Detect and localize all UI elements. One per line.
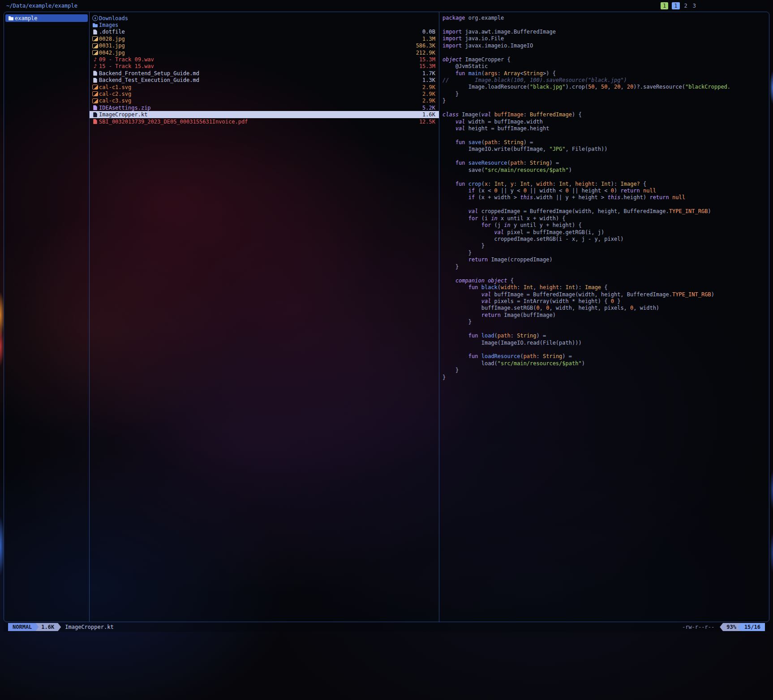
code-line: val pixels = IntArray(width * height) { … — [442, 298, 769, 305]
code-line: buffImage.setRGB(0, 0, width, height, pi… — [442, 305, 769, 312]
audio-icon — [91, 56, 99, 63]
code-line: val buffImage = BufferedImage(width, hei… — [442, 291, 769, 298]
file-row[interactable]: .dotfile0.0B — [90, 29, 439, 35]
code-line: val width = buffImage.width — [442, 119, 769, 125]
file-row[interactable]: cal-c1.svg2.9K — [90, 84, 439, 90]
code-line: class Image(val buffImage: BufferedImage… — [442, 111, 769, 118]
status-file-name: ImageCropper.kt — [65, 624, 113, 630]
file-row[interactable]: 09 - Track 09.wav15.3M — [90, 56, 439, 63]
file-row[interactable]: 15 - Track 15.wav15.3M — [90, 63, 439, 70]
code-line: import java.awt.image.BufferedImage — [442, 29, 769, 35]
code-line: Image(ImageIO.read(File(path))) — [442, 340, 769, 346]
code-line: } — [442, 374, 769, 381]
code-line: } — [442, 98, 769, 104]
file-icon — [91, 29, 99, 35]
file-row[interactable]: Downloads — [90, 15, 439, 21]
terminal-window: ~/Data/example/example 1123 example Down… — [4, 0, 769, 632]
image-folder-icon — [91, 22, 99, 28]
file-row[interactable]: Backend_Frontend_Setup_Guide.md1.7K — [90, 70, 439, 77]
file-size-badge: 1.6K — [35, 623, 61, 631]
code-line: Image.loadResource("black.jpg").crop(50,… — [442, 84, 769, 90]
status-bar: NORMAL 1.6K ImageCropper.kt -rw-r--r-- 9… — [4, 622, 769, 632]
file-name: Images — [99, 22, 118, 28]
panes-container: example DownloadsImages.dotfile0.0B0028.… — [4, 12, 769, 622]
code-line: val croppedImage = BufferedImage(width, … — [442, 208, 769, 215]
file-row[interactable]: SBI_0032013739_2023_DE05_0003155631Invoi… — [90, 118, 439, 125]
code-line: @JvmStatic — [442, 63, 769, 70]
code-line: ImageIO.write(buffImage, "JPG", File(pat… — [442, 146, 769, 153]
file-name: .dotfile — [99, 29, 125, 35]
file-row[interactable]: ImageCropper.kt1.6K — [90, 111, 439, 118]
file-size: 1.7K — [417, 70, 435, 77]
file-size: 2.9K — [417, 91, 435, 97]
code-line: import java.io.File — [442, 35, 769, 42]
file-name: ImageCropper.kt — [99, 111, 147, 118]
file-name: 0031.jpg — [99, 43, 125, 49]
file-name: 15 - Track 15.wav — [99, 63, 154, 69]
code-line: } — [442, 243, 769, 249]
tab-4[interactable]: 3 — [692, 2, 697, 9]
file-name: IDEAsettings.zip — [99, 105, 151, 111]
code-line: fun loadResource(path: String) = — [442, 353, 769, 360]
cursor-position-badge: 15/16 — [738, 623, 765, 631]
file-row[interactable]: Images — [90, 21, 439, 28]
kotlin-file-icon — [91, 111, 99, 118]
code-line: import javax.imageio.ImageIO — [442, 43, 769, 49]
code-line: } — [442, 319, 769, 325]
file-name: 0042.jpg — [99, 50, 125, 56]
breadcrumb-path: ~/Data/example/example — [6, 3, 77, 9]
tab-3[interactable]: 2 — [683, 2, 688, 9]
file-size: 2.9K — [417, 98, 435, 104]
file-row[interactable]: Backend_Test_Execution_Guide.md1.3K — [90, 77, 439, 84]
preview-pane: package org.example import java.awt.imag… — [439, 12, 769, 622]
image-icon — [91, 98, 99, 104]
file-size: 1.6K — [417, 111, 435, 118]
file-list: DownloadsImages.dotfile0.0B0028.jpg1.3M0… — [90, 15, 439, 125]
audio-icon — [91, 63, 99, 69]
file-name: cal-c3.svg — [99, 98, 131, 104]
tab-bar: 1123 — [661, 2, 697, 9]
code-line: val pixel = buffImage.getRGB(i, j) — [442, 229, 769, 236]
code-line — [442, 132, 769, 139]
code-line: save("src/main/resources/$path") — [442, 167, 769, 174]
code-line — [442, 49, 769, 56]
code-line: fun main(args: Array<String>) { — [442, 70, 769, 77]
file-row[interactable]: 0028.jpg1.3M — [90, 35, 439, 42]
code-line — [442, 201, 769, 208]
file-name: Backend_Test_Execution_Guide.md — [99, 77, 199, 83]
code-line — [442, 153, 769, 160]
file-size: 5.2K — [417, 105, 435, 111]
image-icon — [91, 43, 99, 49]
tab-1[interactable]: 1 — [661, 2, 668, 9]
file-size: 212.9K — [411, 50, 435, 56]
file-row[interactable]: cal-c3.svg2.9K — [90, 98, 439, 104]
code-line — [442, 105, 769, 111]
parent-dir-item[interactable]: example — [5, 14, 88, 22]
archive-icon — [91, 105, 99, 111]
file-row[interactable]: 0042.jpg212.9K — [90, 49, 439, 56]
code-line — [442, 346, 769, 353]
code-line: } — [442, 91, 769, 98]
code-line: object ImageCropper { — [442, 56, 769, 63]
file-name: 0028.jpg — [99, 36, 125, 42]
dir-name: example — [15, 15, 38, 21]
tab-2[interactable]: 1 — [672, 2, 679, 9]
code-line — [442, 270, 769, 277]
file-name: Backend_Frontend_Setup_Guide.md — [99, 70, 199, 77]
file-size: 586.3K — [411, 43, 435, 49]
parent-pane: example — [4, 12, 90, 622]
file-row[interactable]: 0031.jpg586.3K — [90, 43, 439, 49]
image-icon — [91, 91, 99, 97]
file-row[interactable]: IDEAsettings.zip5.2K — [90, 104, 439, 111]
code-line: fun save(path: String) = — [442, 139, 769, 146]
code-line: fun saveResource(path: String) = — [442, 160, 769, 166]
scroll-percent-badge: 93% — [720, 623, 741, 631]
download-icon — [91, 15, 99, 21]
parent-list: example — [5, 14, 88, 22]
code-line: croppedImage.setRGB(i - x, j - y, pixel) — [442, 236, 769, 243]
code-line: for (i in x until x + width) { — [442, 215, 769, 222]
code-line: // Image.black(100, 100).saveResource("b… — [442, 77, 769, 84]
file-row[interactable]: cal-c2.svg2.9K — [90, 90, 439, 97]
file-name: cal-c2.svg — [99, 91, 131, 97]
markdown-icon — [91, 77, 99, 83]
